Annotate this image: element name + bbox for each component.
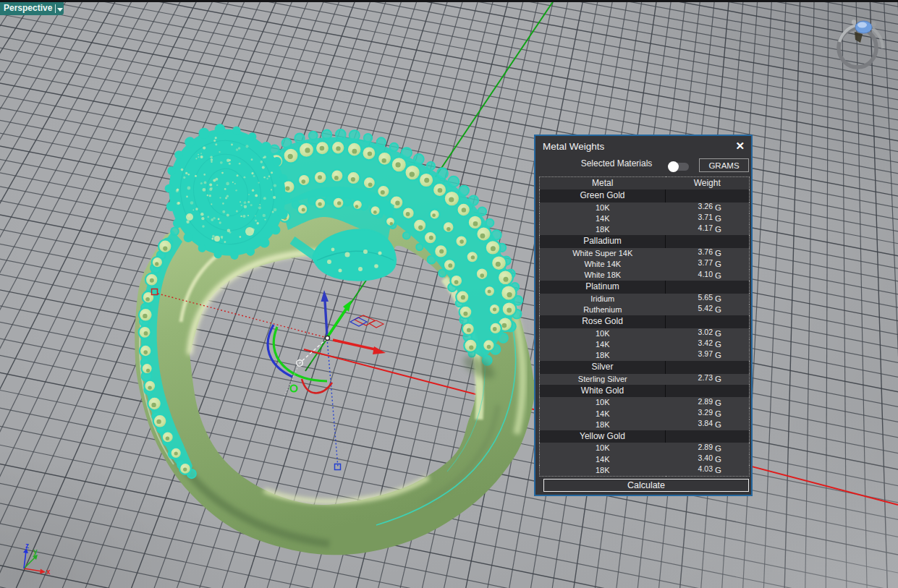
svg-text:z: z [25,542,29,550]
svg-text:y: y [33,547,38,555]
svg-text:x: x [46,568,51,576]
